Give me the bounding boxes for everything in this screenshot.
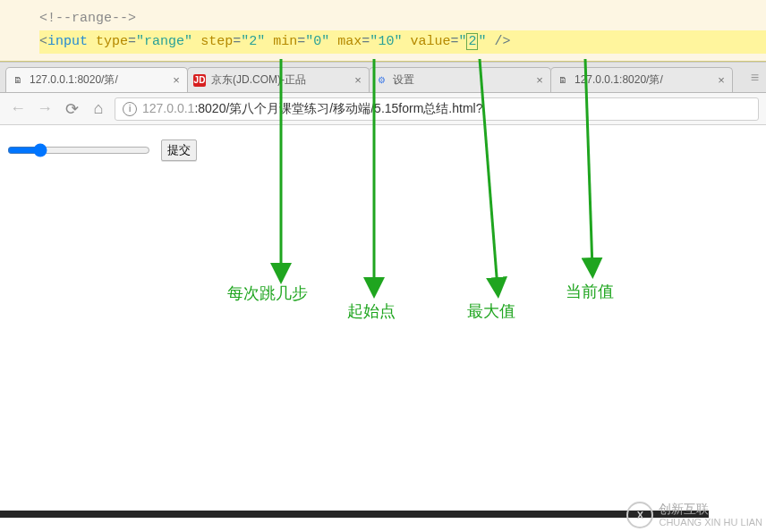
watermark: X 创新互联 CHUANG XIN HU LIAN [626, 502, 762, 528]
window-menu-icon[interactable]: ≡ [751, 70, 759, 86]
submit-button[interactable]: 提交 [161, 139, 197, 161]
tab-strip: 🗎 127.0.0.1:8020/第/ × JD 京东(JD.COM)-正品 ×… [0, 63, 766, 93]
jd-icon: JD [193, 74, 206, 87]
back-button[interactable]: ← [7, 98, 29, 120]
edit-cursor: 2 [466, 33, 478, 50]
forward-button[interactable]: → [34, 98, 55, 120]
tab-local-1[interactable]: 🗎 127.0.0.1:8020/第/ × [5, 67, 188, 92]
browser-toolbar: ← → ⟳ ⌂ i 127.0.0.1:8020/第八个月课堂练习/移动端/5.… [0, 93, 766, 125]
watermark-sub: CHUANG XIN HU LIAN [659, 517, 762, 528]
tab-title: 设置 [393, 72, 529, 88]
close-icon[interactable]: × [171, 74, 182, 86]
footer-strip [0, 511, 709, 518]
home-button[interactable]: ⌂ [88, 98, 109, 120]
page-icon: 🗎 [557, 74, 569, 87]
close-icon[interactable]: × [353, 74, 363, 86]
annotation-step: 每次跳几步 [227, 283, 308, 304]
close-icon[interactable]: × [716, 74, 727, 86]
code-comment: <!--range--> [39, 11, 136, 26]
range-input[interactable] [7, 143, 150, 157]
gear-icon: ⚙ [375, 74, 387, 87]
tab-title: 127.0.0.1:8020/第/ [30, 72, 166, 88]
annotation-min: 起始点 [347, 300, 396, 322]
tab-jd[interactable]: JD 京东(JD.COM)-正品 × [187, 67, 370, 92]
annotation-max: 最大值 [467, 300, 515, 322]
watermark-logo: X [626, 502, 653, 528]
site-info-icon[interactable]: i [123, 102, 137, 116]
annotation-value: 当前值 [566, 281, 614, 302]
url-text: 127.0.0.1:8020/第八个月课堂练习/移动端/5.15form总结.h… [142, 101, 482, 117]
watermark-brand: 创新互联 [659, 502, 762, 517]
browser-chrome: 🗎 127.0.0.1:8020/第/ × JD 京东(JD.COM)-正品 ×… [0, 62, 766, 483]
code-highlighted-line: <input type="range" step="2" min="0" max… [39, 30, 766, 54]
page-icon: 🗎 [12, 74, 24, 87]
tab-title: 京东(JD.COM)-正品 [211, 72, 347, 88]
tab-settings[interactable]: ⚙ 设置 × [369, 67, 551, 92]
code-comment-line: <!--range--> [39, 7, 766, 30]
form-row: 提交 [7, 139, 759, 161]
tab-local-2[interactable]: 🗎 127.0.0.1:8020/第/ × [550, 67, 733, 92]
code-preview: <!--range--> <input type="range" step="2… [0, 0, 766, 62]
close-icon[interactable]: × [534, 74, 545, 86]
tab-title: 127.0.0.1:8020/第/ [574, 72, 711, 88]
address-bar[interactable]: i 127.0.0.1:8020/第八个月课堂练习/移动端/5.15form总结… [115, 97, 759, 121]
reload-button[interactable]: ⟳ [61, 98, 82, 120]
